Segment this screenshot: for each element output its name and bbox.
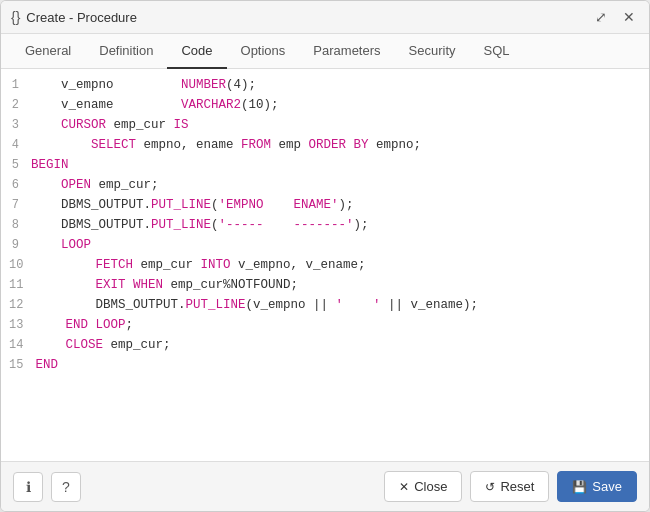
footer-left: ℹ ?: [13, 472, 81, 502]
code-line-2: 2 v_ename VARCHAR2(10);: [1, 97, 649, 117]
code-line-8: 8 DBMS_OUTPUT.PUT_LINE('----- -------');: [1, 217, 649, 237]
titlebar: {} Create - Procedure ⤢ ✕: [1, 1, 649, 34]
code-editor[interactable]: 1 v_empno NUMBER(4); 2 v_ename VARCHAR2(…: [1, 69, 649, 461]
code-line-11: 11 EXIT WHEN emp_cur%NOTFOUND;: [1, 277, 649, 297]
code-line-13: 13 END LOOP;: [1, 317, 649, 337]
info-button[interactable]: ℹ: [13, 472, 43, 502]
tab-sql[interactable]: SQL: [470, 34, 524, 69]
code-line-6: 6 OPEN emp_cur;: [1, 177, 649, 197]
code-line-14: 14 CLOSE emp_cur;: [1, 337, 649, 357]
main-window: {} Create - Procedure ⤢ ✕ General Defini…: [0, 0, 650, 512]
help-button[interactable]: ?: [51, 472, 81, 502]
code-line-3: 3 CURSOR emp_cur IS: [1, 117, 649, 137]
code-line-7: 7 DBMS_OUTPUT.PUT_LINE('EMPNO ENAME');: [1, 197, 649, 217]
window-icon: {}: [11, 9, 20, 25]
tab-code[interactable]: Code: [167, 34, 226, 69]
tab-parameters[interactable]: Parameters: [299, 34, 394, 69]
close-window-button[interactable]: ✕: [619, 7, 639, 27]
titlebar-left: {} Create - Procedure: [11, 9, 137, 25]
tab-definition[interactable]: Definition: [85, 34, 167, 69]
code-line-15: 15 END: [1, 357, 649, 377]
help-icon: ?: [62, 479, 70, 495]
tab-security[interactable]: Security: [395, 34, 470, 69]
save-icon: 💾: [572, 480, 587, 494]
code-line-1: 1 v_empno NUMBER(4);: [1, 77, 649, 97]
reset-icon: ↺: [485, 480, 495, 494]
window-title: Create - Procedure: [26, 10, 137, 25]
code-line-10: 10 FETCH emp_cur INTO v_empno, v_ename;: [1, 257, 649, 277]
footer: ℹ ? ✕ Close ↺ Reset 💾 Save: [1, 461, 649, 511]
code-line-5: 5 BEGIN: [1, 157, 649, 177]
footer-right: ✕ Close ↺ Reset 💾 Save: [384, 471, 637, 502]
code-line-4: 4 SELECT empno, ename FROM emp ORDER BY …: [1, 137, 649, 157]
tab-options[interactable]: Options: [227, 34, 300, 69]
info-icon: ℹ: [26, 479, 31, 495]
close-button[interactable]: ✕ Close: [384, 471, 462, 502]
expand-button[interactable]: ⤢: [591, 7, 611, 27]
titlebar-controls: ⤢ ✕: [591, 7, 639, 27]
reset-button[interactable]: ↺ Reset: [470, 471, 549, 502]
code-line-12: 12 DBMS_OUTPUT.PUT_LINE(v_empno || ' ' |…: [1, 297, 649, 317]
tab-general[interactable]: General: [11, 34, 85, 69]
tab-bar: General Definition Code Options Paramete…: [1, 34, 649, 69]
save-button[interactable]: 💾 Save: [557, 471, 637, 502]
close-icon: ✕: [399, 480, 409, 494]
code-line-9: 9 LOOP: [1, 237, 649, 257]
